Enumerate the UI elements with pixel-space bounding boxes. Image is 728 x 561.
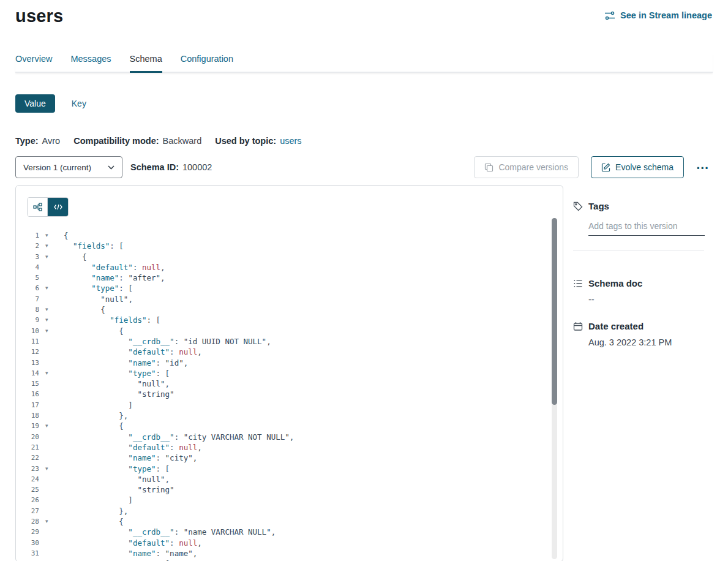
fold-caret-icon[interactable]: ▾ [39,464,64,474]
line-number: 23 [16,464,39,474]
line-number: 11 [16,336,39,347]
compatibility-label: Compatibility mode: [73,136,159,146]
schema-json-editor[interactable]: 1▾{2▾ "fields": [3▾ {4 "default": null,5… [16,230,549,561]
code-text: "name": "id", [64,358,549,368]
code-line: 20 "__crdb__": "city VARCHAR NOT NULL", [16,432,549,442]
code-text: ] [64,400,549,410]
fold-caret-empty [39,262,64,273]
code-line: 8▾ { [16,304,549,315]
tab-bar: OverviewMessagesSchemaConfiguration [15,53,713,73]
code-line: 28▾ { [16,516,549,527]
fold-caret-icon[interactable]: ▾ [39,326,64,336]
tab-schema[interactable]: Schema [130,54,162,72]
schema-doc-section: Schema doc -- [573,278,713,304]
fold-caret-empty [39,358,64,368]
code-line: 19▾ { [16,421,549,431]
schema-meta-row: Type:Avro Compatibility mode:Backward Us… [15,136,713,146]
more-options-button[interactable]: ⋯ [694,161,713,174]
code-line: 6▾ "type": [ [16,283,549,293]
tree-view-button[interactable] [28,198,48,216]
fold-caret-empty [39,378,64,389]
line-number: 21 [16,442,39,453]
stream-lineage-link[interactable]: See in Stream lineage [604,10,712,20]
code-text: "null", [64,474,549,484]
code-line: 13 "name": "id", [16,358,549,368]
code-text: }, [64,506,549,516]
line-number: 26 [16,495,39,505]
code-text: { [64,304,549,315]
code-text: "null", [64,294,549,304]
scrollbar-thumb[interactable] [552,218,557,405]
schema-controls-row: Version 1 (current) Schema ID:100002 Com… [15,156,713,178]
code-text: "type": [ [64,283,549,293]
tab-configuration[interactable]: Configuration [181,54,233,72]
line-number: 10 [16,326,39,336]
type-label: Type: [15,136,39,146]
fold-caret-icon[interactable]: ▾ [39,315,64,325]
schema-doc-title: Schema doc [588,278,642,288]
scrollbar[interactable] [552,218,557,559]
line-number: 18 [16,410,39,421]
fold-caret-icon[interactable]: ▾ [39,241,64,251]
code-line: 16 "string" [16,389,549,399]
compare-versions-button[interactable]: Compare versions [474,156,579,178]
compatibility-value: Backward [163,136,202,146]
type-value: Avro [42,136,61,146]
code-text: { [64,516,549,527]
fold-caret-icon[interactable]: ▾ [39,252,64,262]
fold-caret-icon[interactable]: ▾ [39,516,64,527]
code-text: "name": "name", [64,548,549,559]
line-number: 2 [16,241,39,251]
code-line: 21 "default": null, [16,442,549,453]
fold-caret-icon[interactable]: ▾ [39,368,64,378]
version-select[interactable]: Version 1 (current) [15,156,122,178]
line-number: 15 [16,378,39,389]
line-number: 5 [16,273,39,283]
value-toggle-button[interactable]: Value [15,94,55,113]
code-text: ] [64,495,549,505]
copy-icon [484,163,493,172]
key-toggle-button[interactable]: Key [62,94,96,113]
line-number: 16 [16,389,39,399]
line-number: 32 [16,559,39,561]
date-created-section: Date created Aug. 3 2022 3:21 PM [573,321,713,347]
fold-caret-empty [39,506,64,516]
fold-caret-icon[interactable]: ▾ [39,230,64,241]
code-text: "default": null, [64,347,549,357]
evolve-schema-button[interactable]: Evolve schema [591,156,684,178]
code-text: "default": null, [64,538,549,548]
compatibility-meta: Compatibility mode:Backward [73,136,201,146]
line-number: 19 [16,421,39,431]
calendar-icon [573,322,583,331]
tree-view-icon [33,203,42,211]
version-select-value: Version 1 (current) [23,163,91,172]
line-number: 14 [16,368,39,378]
code-line: 5 "name": "after", [16,273,549,283]
fold-caret-empty [39,548,64,559]
compare-versions-label: Compare versions [498,162,568,172]
fold-caret-empty [39,484,64,495]
fold-caret-icon[interactable]: ▾ [39,283,64,293]
code-line: 2▾ "fields": [ [16,241,549,251]
schema-id-value: 100002 [182,162,212,172]
stream-lineage-label: See in Stream lineage [620,10,712,20]
tags-input[interactable] [588,221,705,236]
code-line: 26 ] [16,495,549,505]
code-view-button[interactable] [48,198,68,216]
schema-editor-panel: 1▾{2▾ "fields": [3▾ {4 "default": null,5… [15,185,563,561]
tab-overview[interactable]: Overview [15,54,52,72]
code-text: "default": null, [64,262,549,273]
code-line: 22 "name": "city", [16,453,549,463]
topic-link[interactable]: users [280,136,301,146]
line-number: 25 [16,484,39,495]
tab-messages[interactable]: Messages [70,54,111,72]
fold-caret-icon[interactable]: ▾ [39,304,64,315]
line-number: 29 [16,527,39,537]
edit-icon [601,163,610,172]
code-line: 10▾ { [16,326,549,336]
fold-caret-icon[interactable]: ▾ [39,559,64,561]
fold-caret-icon[interactable]: ▾ [39,421,64,431]
line-number: 1 [16,230,39,241]
code-text: "type": [ [64,559,549,561]
type-meta: Type:Avro [15,136,60,146]
